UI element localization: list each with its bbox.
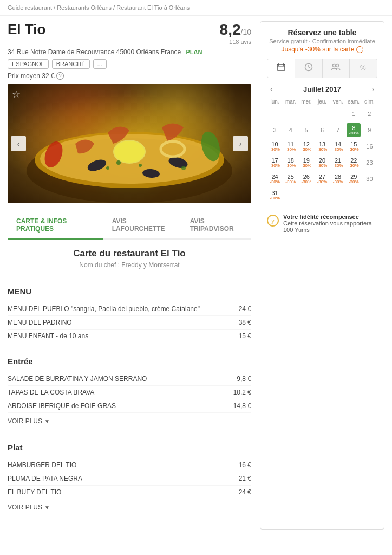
tab-avis-lafourchette[interactable]: AVIS LAFOURCHETTE — [103, 212, 181, 240]
calendar-cell — [330, 187, 346, 203]
prix-info-icon[interactable]: ? — [56, 72, 64, 80]
calendar-cell: 25-30% — [283, 171, 298, 187]
calendar-cell: 1 — [346, 106, 362, 122]
calendar-day[interactable]: 28-30% — [331, 172, 345, 186]
voir-plus-plat[interactable]: VOIR PLUS ▼ — [8, 499, 50, 515]
menu-item-burratina: SALADE DE BURRATINA Y JAMON SERRANO 9,8 … — [8, 372, 251, 386]
cal-header-lun: lun. — [267, 98, 283, 106]
section-menu: MENU MENU DEL PUEBLO "sangria, Paella de… — [8, 287, 251, 343]
item-name-burratina: SALADE DE BURRATINA Y JAMON SERRANO — [8, 375, 230, 383]
breadcrumb-guide[interactable]: Guide restaurant — [8, 4, 52, 11]
calendar-day[interactable]: 23 — [362, 156, 376, 170]
item-name-hamburger: HAMBURGER DEL TIO — [8, 461, 232, 469]
calendar-cell — [362, 187, 377, 203]
calendar-day[interactable]: 18-30% — [284, 156, 298, 170]
menu-item-2: MENU DEL PADRINO 38 € — [8, 316, 251, 330]
filter-calendar-button[interactable] — [267, 59, 295, 78]
calendar-day[interactable]: 25-30% — [284, 172, 298, 186]
calendar-day[interactable]: 16 — [362, 139, 376, 153]
calendar-day[interactable]: 17-30% — [268, 156, 282, 170]
menu-item-hamburger: HAMBURGER DEL TIO 16 € — [8, 459, 251, 472]
clock-icon — [304, 63, 313, 72]
calendar-day[interactable]: 11-30% — [284, 139, 298, 153]
cal-header-mar: mar. — [283, 98, 298, 106]
calendar-day[interactable]: 6 — [315, 123, 329, 137]
plan-link[interactable]: PLAN — [186, 49, 202, 55]
item-price-burratina: 9,8 € — [237, 375, 251, 383]
filter-people-button[interactable] — [323, 59, 350, 78]
tab-avis-tripadvisor[interactable]: AVIS TRIPADVISOR — [181, 212, 251, 240]
calendar-day[interactable]: 27-30% — [315, 172, 329, 186]
calendar-day[interactable]: 8-30% — [347, 123, 361, 137]
cal-header-dim: dim. — [362, 98, 377, 106]
calendar-day[interactable]: 10-30% — [268, 139, 282, 153]
tab-carte-infos[interactable]: CARTE & INFOS PRATIQUES — [8, 212, 103, 240]
calendar-cell: 22-30% — [346, 154, 362, 171]
favorite-star-icon[interactable]: ☆ — [12, 88, 21, 100]
filter-percent-button[interactable]: % — [350, 59, 377, 78]
item-price-enfant: 15 € — [239, 332, 251, 340]
calendar-prev-button[interactable]: ‹ — [267, 83, 276, 94]
menu-item-3: MENU ENFANT - de 10 ans 15 € — [8, 330, 251, 343]
calendar-day[interactable]: 21-30% — [331, 156, 345, 170]
filter-clock-button[interactable] — [295, 59, 323, 78]
calendar-day[interactable]: 19-30% — [299, 156, 313, 170]
calendar-cell: 11-30% — [283, 138, 298, 154]
score-block: 8,2/10 118 avis — [220, 21, 251, 45]
left-panel: El Tio 8,2/10 118 avis 34 Rue Notre Dame… — [8, 21, 251, 530]
calendar-cell: 19-30% — [298, 154, 314, 171]
calendar-next-button[interactable]: › — [368, 83, 377, 94]
tabs-container: CARTE & INFOS PRATIQUES AVIS LAFOURCHETT… — [8, 212, 251, 240]
calendar-cell: 21-30% — [330, 154, 346, 171]
calendar-day[interactable]: 30 — [362, 172, 376, 186]
breadcrumb-eltio[interactable]: Restaurant El Tio à Orléans — [116, 4, 190, 11]
calendar-day[interactable]: 31-30% — [268, 188, 282, 202]
svg-point-7 — [114, 141, 145, 163]
calendar-cell: 17-30% — [267, 154, 283, 171]
calendar-cell: 13-30% — [314, 138, 330, 154]
calendar-day[interactable]: 29-30% — [347, 172, 361, 186]
calendar-day[interactable]: 9 — [362, 123, 376, 137]
calendar-day[interactable]: 14-30% — [331, 139, 345, 153]
divider-entree — [8, 350, 251, 350]
calendar-day[interactable]: 26-30% — [299, 172, 313, 186]
section-title-plat: Plat — [8, 443, 251, 452]
calendar-row: 31-30% — [267, 187, 377, 203]
item-name-enfant: MENU ENFANT - de 10 ans — [8, 332, 232, 340]
item-name-buey: EL BUEY DEL TIO — [8, 488, 232, 496]
gallery-next-button[interactable]: › — [233, 136, 248, 151]
reservez-title: Réservez une table — [267, 28, 377, 37]
address-text: 34 Rue Notre Dame de Recouvrance 45000 O… — [8, 48, 181, 56]
calendar-day[interactable]: 7 — [331, 123, 345, 137]
breadcrumb-orleans[interactable]: Restaurants Orléans — [57, 4, 112, 11]
calendar-cell: 27-30% — [314, 171, 330, 187]
calendar-day[interactable]: 20-30% — [315, 156, 329, 170]
tag-espagnol[interactable]: ESPAGNOL — [8, 59, 49, 69]
calendar-day[interactable]: 4 — [284, 123, 298, 137]
calendar-row: 345678-30%9 — [267, 122, 377, 138]
voir-plus-entree[interactable]: VOIR PLUS ▼ — [8, 413, 50, 429]
people-icon — [331, 63, 341, 71]
calendar-day[interactable]: 2 — [362, 107, 376, 121]
calendar-cell: 9 — [362, 122, 377, 138]
calendar-cell: 26-30% — [298, 171, 314, 187]
score-reviews: 118 avis — [220, 38, 251, 45]
calendar-day[interactable]: 5 — [299, 123, 313, 137]
calendar-day[interactable]: 24-30% — [268, 172, 282, 186]
voir-plus-entree-label: VOIR PLUS — [8, 417, 42, 425]
promo-info-icon[interactable]: i — [356, 46, 363, 53]
calendar-cell: 18-30% — [283, 154, 298, 171]
calendar-day[interactable]: 22-30% — [347, 156, 361, 170]
cal-header-ven: ven. — [330, 98, 346, 106]
calendar-day[interactable]: 13-30% — [315, 139, 329, 153]
tag-more[interactable]: ... — [93, 59, 107, 69]
tag-branche[interactable]: BRANCHÉ — [52, 59, 90, 69]
calendar-day[interactable]: 1 — [347, 107, 361, 121]
calendar-day[interactable]: 3 — [268, 123, 282, 137]
calendar-cell — [314, 187, 330, 203]
calendar-day[interactable]: 15-30% — [347, 139, 361, 153]
item-price-tapas: 10,2 € — [233, 389, 251, 396]
calendar-day[interactable]: 12-30% — [299, 139, 313, 153]
gallery-prev-button[interactable]: ‹ — [11, 136, 26, 151]
calendar-cell: 4 — [283, 122, 298, 138]
